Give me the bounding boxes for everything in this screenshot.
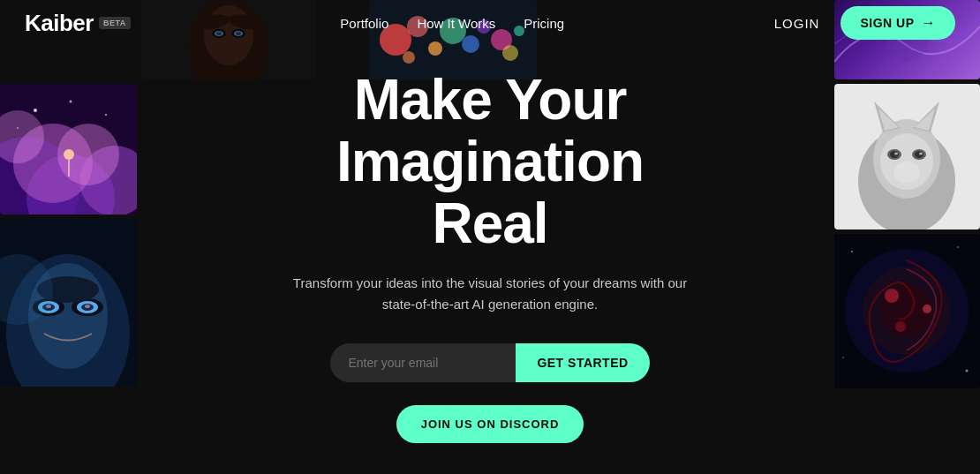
svg-point-28 (13, 124, 93, 203)
hero-title: Make Your Imagination Real (225, 69, 755, 255)
signup-arrow-icon: → (921, 15, 936, 31)
nav-links: Portfolio How It Works Pricing (340, 16, 564, 31)
hero-title-line2: Real (432, 192, 547, 255)
svg-point-61 (915, 151, 923, 158)
hero-title-line1: Make Your Imagination (336, 68, 644, 193)
nav-link-pricing[interactable]: Pricing (524, 16, 564, 31)
signup-button[interactable]: SIGN UP → (841, 6, 955, 40)
svg-point-73 (851, 251, 853, 252)
svg-point-20 (502, 45, 518, 61)
logo: Kaiber BETA (25, 10, 131, 37)
svg-marker-56 (915, 109, 935, 131)
svg-point-71 (923, 305, 931, 313)
svg-point-52 (873, 119, 940, 199)
svg-point-31 (34, 109, 37, 112)
svg-point-21 (403, 51, 415, 64)
svg-marker-54 (913, 102, 939, 132)
svg-point-46 (46, 305, 51, 308)
svg-point-51 (858, 128, 955, 229)
gallery-space-panel (834, 234, 980, 388)
svg-point-33 (105, 114, 107, 116)
svg-point-62 (894, 153, 898, 155)
svg-point-75 (842, 357, 844, 358)
login-button[interactable]: LOGIN (774, 16, 820, 31)
svg-point-65 (893, 162, 920, 183)
svg-point-76 (966, 370, 969, 372)
logo-text: Kaiber (25, 10, 94, 37)
svg-point-44 (42, 304, 55, 311)
svg-point-67 (845, 249, 969, 372)
svg-point-59 (912, 149, 926, 160)
svg-point-35 (64, 149, 74, 160)
svg-rect-66 (834, 234, 980, 388)
svg-point-29 (57, 124, 119, 185)
gallery-portrait-panel (0, 219, 137, 387)
svg-marker-53 (874, 102, 901, 132)
svg-point-57 (880, 133, 933, 190)
svg-rect-24 (0, 84, 137, 214)
discord-section: JOIN US ON DISCORD (225, 400, 755, 443)
gallery-fox-panel (834, 84, 980, 229)
nav-actions: LOGIN SIGN UP → (774, 6, 955, 40)
svg-point-70 (885, 289, 899, 303)
svg-point-58 (887, 149, 901, 160)
cta-form: GET STARTED (225, 343, 755, 382)
hero-subtitle: Transform your ideas into the visual sto… (278, 273, 702, 315)
svg-point-32 (70, 101, 72, 103)
svg-point-48 (37, 276, 99, 303)
svg-point-41 (72, 298, 103, 316)
svg-point-49 (0, 254, 53, 325)
svg-point-47 (85, 305, 90, 308)
svg-point-74 (957, 246, 959, 248)
svg-rect-37 (0, 219, 137, 387)
svg-marker-55 (878, 109, 899, 131)
svg-point-40 (33, 298, 64, 316)
svg-rect-50 (834, 84, 980, 229)
svg-point-63 (919, 153, 923, 155)
svg-point-45 (81, 304, 94, 311)
svg-point-64 (902, 164, 911, 171)
gallery-clouds-panel (0, 84, 137, 214)
svg-point-34 (17, 127, 19, 129)
svg-point-30 (0, 110, 44, 163)
svg-point-38 (6, 254, 130, 387)
svg-point-27 (79, 146, 137, 214)
svg-point-69 (880, 284, 933, 337)
svg-point-42 (38, 301, 59, 313)
svg-point-43 (77, 301, 98, 313)
discord-button[interactable]: JOIN US ON DISCORD (396, 405, 584, 443)
hero-section: Make Your Imagination Real Transform you… (225, 69, 755, 443)
nav-link-portfolio[interactable]: Portfolio (340, 16, 388, 31)
get-started-button[interactable]: GET STARTED (516, 343, 649, 382)
beta-badge: BETA (99, 17, 131, 29)
navbar: Kaiber BETA Portfolio How It Works Prici… (0, 0, 980, 46)
portrait-svg (0, 219, 137, 387)
svg-point-25 (0, 137, 79, 214)
svg-point-39 (28, 263, 108, 369)
svg-point-60 (890, 151, 899, 158)
svg-point-68 (863, 267, 951, 355)
svg-point-72 (895, 321, 906, 332)
signup-label: SIGN UP (860, 16, 914, 30)
clouds-svg (0, 84, 137, 214)
nav-link-how-it-works[interactable]: How It Works (417, 16, 495, 31)
space-svg (834, 234, 980, 388)
email-input[interactable] (330, 343, 516, 382)
fox-svg (834, 84, 980, 229)
svg-point-26 (26, 154, 115, 214)
